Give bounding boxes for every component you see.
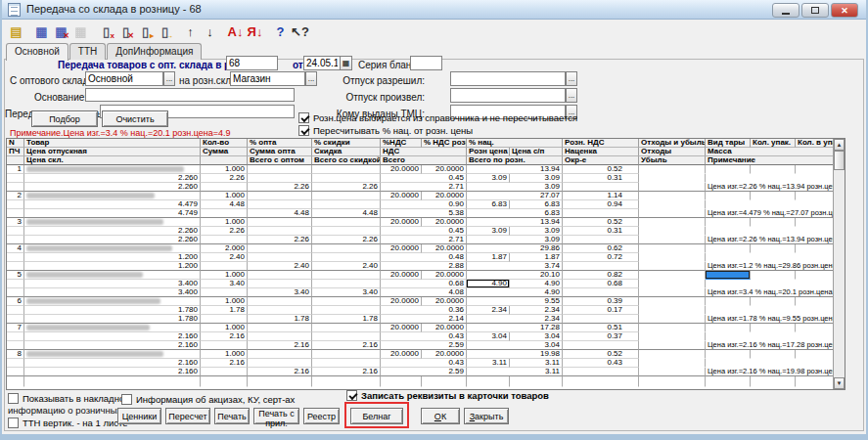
cell-note[interactable]: Цена изг.=1.2 % нац.=29.86 розн.цена=1.8… bbox=[706, 262, 835, 271]
cell-rounding[interactable] bbox=[563, 341, 639, 350]
cell-retail-vat-pct[interactable]: 20.0000 bbox=[422, 192, 467, 200]
cell-retail-price[interactable]: 3.04 bbox=[467, 332, 510, 341]
cell-waste[interactable] bbox=[639, 306, 706, 315]
cell-waste[interactable] bbox=[639, 218, 706, 227]
show-invoice-info-checkbox[interactable]: Показывать в накладной bbox=[8, 393, 129, 404]
cell-total-opt[interactable]: 4.48 bbox=[248, 209, 312, 218]
cell-release-price[interactable]: 1.780 bbox=[24, 306, 201, 315]
cell-total-retail[interactable]: 2.34 bbox=[467, 315, 563, 324]
cell-total-vat[interactable]: 2.14 bbox=[381, 315, 467, 324]
cell-waste[interactable] bbox=[639, 174, 706, 183]
cell-opt-sum[interactable] bbox=[248, 174, 312, 183]
cell-vat-sum[interactable]: 0.43 bbox=[381, 359, 467, 368]
cell-blank[interactable] bbox=[201, 262, 248, 271]
cell-pch[interactable] bbox=[7, 253, 24, 262]
cell-blank[interactable] bbox=[7, 315, 24, 324]
cell-vat-pct[interactable]: 20.0000 bbox=[381, 192, 422, 200]
cell-total-retail[interactable]: 3.09 bbox=[467, 236, 563, 244]
cell-waste[interactable] bbox=[639, 297, 706, 306]
cell-blank[interactable] bbox=[201, 368, 248, 376]
cell-blank[interactable] bbox=[7, 209, 24, 218]
copy-table-icon[interactable]: ▦ bbox=[71, 22, 90, 41]
cell-note[interactable]: Цена изг.=1.78 % нац.=9.55 розн.цена=2.3… bbox=[706, 315, 835, 324]
scrollbar-thumb[interactable] bbox=[834, 151, 845, 170]
cell-sum[interactable]: 2.16 bbox=[201, 359, 248, 368]
record-edit-icon[interactable]: ▯▸ bbox=[136, 22, 155, 41]
pick-button[interactable]: Подбор bbox=[31, 110, 98, 127]
cell-vat-sum[interactable]: 0.68 bbox=[381, 280, 467, 288]
scroll-down-button[interactable]: ▼ bbox=[834, 377, 845, 389]
cell-waste[interactable] bbox=[639, 271, 706, 280]
cell-discount[interactable] bbox=[312, 174, 381, 183]
cell-retail-vat[interactable]: 0.39 bbox=[563, 297, 639, 306]
cell-discount[interactable] bbox=[312, 280, 381, 288]
cell-release-price[interactable]: 4.479 bbox=[24, 200, 201, 209]
cell-sum[interactable]: 2.26 bbox=[201, 174, 248, 183]
cell-waste[interactable] bbox=[639, 359, 706, 368]
cell-warehouse-price[interactable]: 2.160 bbox=[24, 368, 201, 376]
cell-loss[interactable] bbox=[639, 288, 706, 297]
cell-pack-in-qty[interactable] bbox=[796, 192, 835, 200]
cell-mass[interactable] bbox=[706, 332, 835, 341]
cell-total-opt[interactable]: 2.26 bbox=[248, 236, 312, 244]
cell-pch[interactable] bbox=[7, 227, 24, 236]
series-input[interactable] bbox=[410, 56, 442, 70]
cell-waste[interactable] bbox=[639, 192, 706, 200]
print-table-icon[interactable]: ▦ bbox=[32, 22, 51, 41]
cell-markup-pct[interactable]: 20.10 bbox=[467, 271, 563, 280]
cell-loss[interactable] bbox=[639, 315, 706, 324]
cell-pack-qty[interactable] bbox=[751, 165, 796, 174]
cell-product-name[interactable] bbox=[24, 165, 201, 174]
cell-tare-type[interactable] bbox=[706, 350, 751, 359]
cell-loss[interactable] bbox=[639, 236, 706, 244]
cell-vat-pct[interactable]: 20.0000 bbox=[381, 244, 422, 253]
cell-quantity[interactable]: 2.000 bbox=[201, 244, 248, 253]
doc-date-input[interactable] bbox=[303, 56, 341, 70]
basis-input[interactable] bbox=[85, 88, 295, 102]
cell-sum[interactable]: 4.48 bbox=[201, 200, 248, 209]
cell-vat-sum[interactable]: 0.43 bbox=[381, 332, 467, 341]
cell-markup-pct[interactable]: 17.28 bbox=[467, 324, 563, 332]
cell-discount[interactable] bbox=[312, 227, 381, 236]
to-warehouse-input[interactable] bbox=[230, 71, 305, 86]
cell-sum[interactable]: 2.40 bbox=[201, 253, 248, 262]
cell-retail-price[interactable]: 6.83 bbox=[467, 200, 510, 209]
cell-total-vat[interactable]: 5.38 bbox=[381, 209, 467, 218]
cell-vat-sum[interactable]: 0.45 bbox=[381, 174, 467, 183]
cell-markup-pct[interactable]: 9.55 bbox=[467, 297, 563, 306]
cell-quantity[interactable]: 1.000 bbox=[201, 192, 248, 200]
cell-vat-sum[interactable]: 0.36 bbox=[381, 306, 467, 315]
cell-vat-sum[interactable]: 0.90 bbox=[381, 200, 467, 209]
ttn-vertical-checkbox[interactable]: ТТН вертик. - на 1 листе bbox=[8, 418, 128, 428]
cell-opt-pct[interactable] bbox=[248, 297, 312, 306]
cell-row-number[interactable]: 3 bbox=[7, 218, 24, 227]
cell-row-number[interactable]: 6 bbox=[7, 297, 24, 306]
cell-tare-type[interactable] bbox=[706, 324, 751, 332]
cell-retail-price[interactable]: 3.11 bbox=[467, 359, 510, 368]
cell-rounding[interactable] bbox=[563, 315, 639, 324]
tab-main[interactable]: Основной bbox=[6, 43, 69, 61]
cell-vat-pct[interactable]: 20.0000 bbox=[381, 324, 422, 332]
cell-total-vat[interactable]: 4.08 bbox=[381, 288, 467, 297]
cell-release-price[interactable]: 2.260 bbox=[24, 174, 201, 183]
cell-row-number[interactable]: 2 bbox=[7, 192, 24, 200]
cell-loss[interactable] bbox=[639, 341, 706, 350]
cell-opt-sum[interactable] bbox=[248, 280, 312, 288]
cell-total-retail[interactable]: 3.04 bbox=[467, 341, 563, 350]
cell-total-retail[interactable]: 3.74 bbox=[467, 262, 563, 271]
cell-discount[interactable] bbox=[312, 332, 381, 341]
cell-total-opt[interactable]: 1.78 bbox=[248, 315, 312, 324]
cell-pack-in-qty[interactable] bbox=[796, 165, 835, 174]
cell-retail-vat[interactable]: 0.52 bbox=[563, 350, 639, 359]
print-attach-button[interactable]: Печать с прил. bbox=[253, 408, 299, 424]
cell-discount-pct[interactable] bbox=[312, 192, 381, 200]
cell-vat-pct[interactable]: 20.0000 bbox=[381, 218, 422, 227]
record-new-icon[interactable]: ▯x bbox=[97, 22, 115, 41]
cell-total-retail[interactable]: 6.83 bbox=[467, 209, 563, 218]
cell-markup[interactable]: 0.37 bbox=[563, 332, 639, 341]
ok-button[interactable]: ОК bbox=[421, 408, 460, 424]
cell-blank[interactable] bbox=[7, 341, 24, 350]
cell-sp-price[interactable]: 6.83 bbox=[510, 200, 563, 209]
cell-note[interactable]: Цена изг.=3.4 % нац.=20.1 розн.цена=4.9 bbox=[706, 288, 835, 297]
cell-sp-price[interactable]: 3.04 bbox=[510, 332, 563, 341]
